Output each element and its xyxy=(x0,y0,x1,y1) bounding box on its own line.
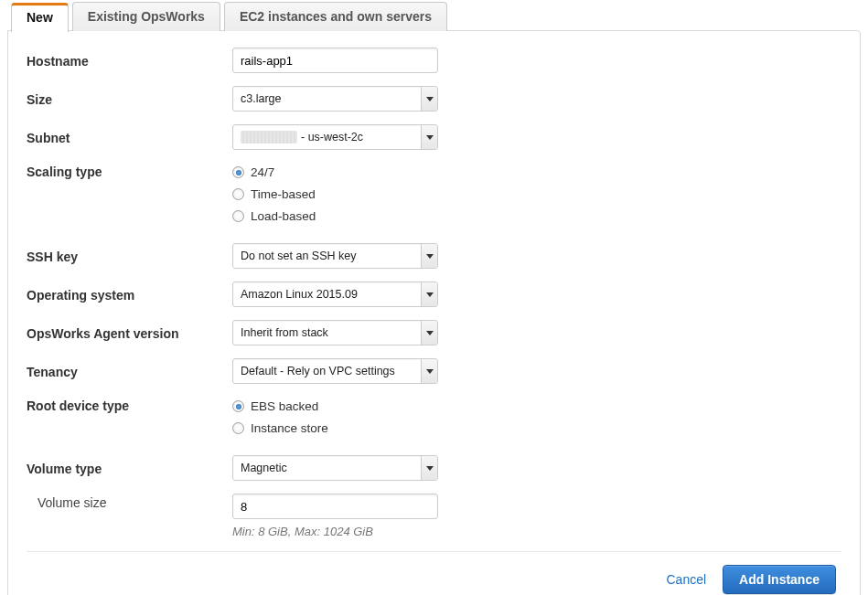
label-root-device-type: Root device type xyxy=(27,397,232,413)
size-value: c3.large xyxy=(233,92,421,105)
label-hostname: Hostname xyxy=(27,52,232,69)
radio-24-7[interactable]: 24/7 xyxy=(232,165,438,179)
label-volume-size: Volume size xyxy=(27,494,232,510)
size-select[interactable]: c3.large xyxy=(232,86,438,112)
form-panel: Hostname Size c3.large Subnet xyxy=(7,30,861,595)
tabs: New Existing OpsWorks EC2 instances and … xyxy=(7,2,861,31)
radio-load-based[interactable]: Load-based xyxy=(232,209,438,223)
row-agent-version: OpsWorks Agent version Inherit from stac… xyxy=(27,320,841,345)
row-scaling-type: Scaling type 24/7 Time-based Load-based xyxy=(27,163,841,223)
chevron-down-icon xyxy=(421,244,437,268)
os-select[interactable]: Amazon Linux 2015.09 xyxy=(232,282,438,307)
radio-icon xyxy=(232,400,244,412)
label-tenancy: Tenancy xyxy=(27,363,232,379)
row-operating-system: Operating system Amazon Linux 2015.09 xyxy=(27,282,841,307)
hostname-input[interactable] xyxy=(232,48,438,73)
radio-icon xyxy=(232,166,244,178)
cancel-button[interactable]: Cancel xyxy=(667,572,707,587)
chevron-down-icon xyxy=(421,282,437,306)
root-device-radio-group: EBS backed Instance store xyxy=(232,397,438,435)
ssh-key-select[interactable]: Do not set an SSH key xyxy=(232,243,438,269)
radio-instance-store[interactable]: Instance store xyxy=(232,421,438,435)
label-operating-system: Operating system xyxy=(27,286,232,303)
radio-time-based[interactable]: Time-based xyxy=(232,187,438,201)
chevron-down-icon xyxy=(421,87,437,111)
ssh-key-value: Do not set an SSH key xyxy=(233,250,421,262)
label-volume-type: Volume type xyxy=(27,460,232,476)
row-root-device-type: Root device type EBS backed Instance sto… xyxy=(27,397,841,435)
label-subnet: Subnet xyxy=(27,129,232,145)
tenancy-value: Default - Rely on VPC settings xyxy=(233,365,421,377)
radio-icon xyxy=(232,210,244,222)
chevron-down-icon xyxy=(421,321,437,345)
divider xyxy=(27,551,841,552)
agent-version-value: Inherit from stack xyxy=(233,326,421,339)
tab-new[interactable]: New xyxy=(11,3,69,32)
label-agent-version: OpsWorks Agent version xyxy=(27,324,232,341)
os-value: Amazon Linux 2015.09 xyxy=(233,288,421,301)
subnet-select[interactable]: - us-west-2c xyxy=(232,124,438,150)
row-hostname: Hostname xyxy=(27,48,841,73)
tab-ec2-own-servers[interactable]: EC2 instances and own servers xyxy=(224,2,447,31)
label-ssh-key: SSH key xyxy=(27,248,232,264)
add-instance-form: New Existing OpsWorks EC2 instances and … xyxy=(0,0,868,595)
radio-icon xyxy=(232,188,244,200)
button-row: Cancel Add Instance xyxy=(27,565,841,595)
subnet-value: - us-west-2c xyxy=(233,131,421,144)
row-subnet: Subnet - us-west-2c xyxy=(27,124,841,150)
label-scaling-type: Scaling type xyxy=(27,163,232,179)
chevron-down-icon xyxy=(421,125,437,149)
add-instance-button[interactable]: Add Instance xyxy=(723,565,836,594)
row-ssh-key: SSH key Do not set an SSH key xyxy=(27,243,841,269)
tenancy-select[interactable]: Default - Rely on VPC settings xyxy=(232,358,438,384)
volume-type-value: Magnetic xyxy=(233,462,421,474)
volume-size-hint: Min: 8 GiB, Max: 1024 GiB xyxy=(232,525,438,538)
tab-existing-opsworks[interactable]: Existing OpsWorks xyxy=(72,2,220,31)
radio-ebs-backed[interactable]: EBS backed xyxy=(232,399,438,413)
volume-type-select[interactable]: Magnetic xyxy=(232,455,438,481)
chevron-down-icon xyxy=(421,359,437,383)
radio-icon xyxy=(232,422,244,434)
scaling-type-radio-group: 24/7 Time-based Load-based xyxy=(232,163,438,223)
row-size: Size c3.large xyxy=(27,86,841,112)
volume-size-input[interactable] xyxy=(232,494,438,519)
label-size: Size xyxy=(27,90,232,107)
row-tenancy: Tenancy Default - Rely on VPC settings xyxy=(27,358,841,384)
row-volume-type: Volume type Magnetic xyxy=(27,455,841,481)
redacted-block xyxy=(241,131,297,143)
row-volume-size: Volume size Min: 8 GiB, Max: 1024 GiB xyxy=(27,494,841,538)
chevron-down-icon xyxy=(421,456,437,480)
agent-version-select[interactable]: Inherit from stack xyxy=(232,320,438,345)
